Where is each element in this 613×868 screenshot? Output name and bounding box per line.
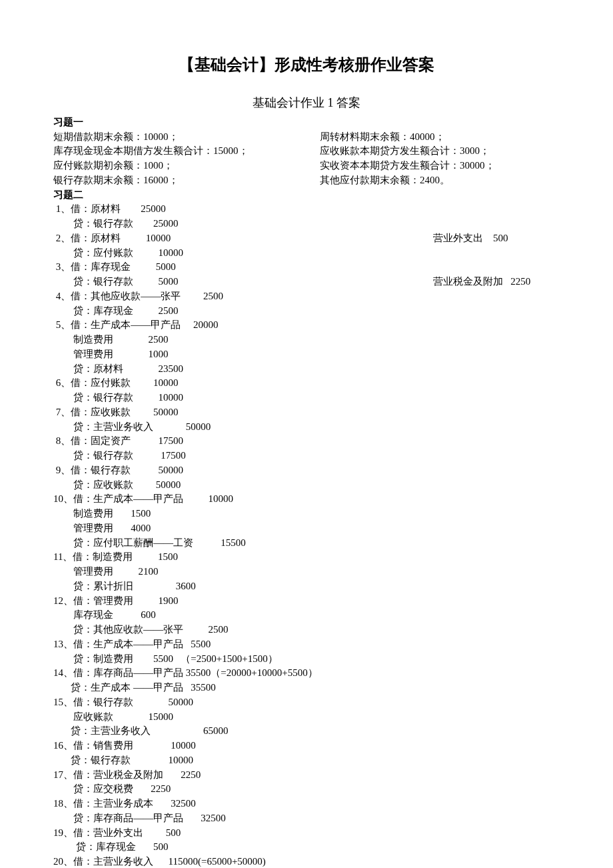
- entry-line: 贷：银行存款 10000: [53, 391, 560, 405]
- entry-line: 14、借：库存商品——甲产品 35500（=20000+10000+5500）: [53, 666, 560, 681]
- text-line: 银行存款期末余额：16000；: [53, 173, 293, 188]
- entry-line: 贷：原材料 23500: [53, 362, 560, 377]
- entry-line: 6、借：应付账款 10000: [53, 376, 560, 391]
- text-line: 库存现金现金本期借方发生额合计：15000；: [53, 144, 293, 159]
- entry-line: 15、借：银行存款 50000: [53, 695, 560, 710]
- text-line: 营业税金及附加 2250: [433, 275, 530, 289]
- entry-line: 贷：应收账款 50000: [53, 478, 560, 493]
- entry-line: 5、借：生产成本——甲产品 20000: [53, 318, 560, 333]
- entry-line: 7、借：应收账款 50000: [53, 405, 560, 420]
- entry-line: 库存现金 600: [53, 608, 560, 623]
- entry-line: 16、借：销售费用 10000: [53, 739, 560, 753]
- text-line: 短期借款期末余额：10000；: [53, 130, 293, 145]
- entry-line: 8、借：固定资产 17500: [53, 434, 560, 449]
- text-line: 应付账款期初余额：1000；: [53, 159, 293, 173]
- entry-line: 13、借：生产成本——甲产品 5500: [53, 637, 560, 652]
- entry-line: 贷：应交税费 2250: [53, 782, 560, 797]
- entry-line: 17、借：营业税金及附加 2250: [53, 768, 560, 783]
- entry-line: 18、借：主营业务成本 32500: [53, 797, 560, 811]
- entry-line: 管理费用 4000: [53, 521, 560, 536]
- entry-line: 管理费用 1000: [53, 347, 560, 362]
- entry-line: 贷：制造费用 5500 （=2500+1500+1500）: [53, 652, 560, 667]
- page-subtitle: 基础会计作业 1 答案: [53, 94, 560, 111]
- entry-line: 制造费用 1500: [53, 507, 560, 521]
- aside-notes: 营业外支出 500 营业税金及附加 2250: [433, 202, 530, 318]
- text-line: 周转材料期末余额：40000；: [320, 130, 560, 145]
- entry-line: 贷：生产成本 ——甲产品 35500: [53, 681, 560, 695]
- text-line: 应收账款本期贷方发生额合计：3000；: [320, 144, 560, 159]
- text-line: 其他应付款期末余额：2400。: [320, 173, 560, 188]
- entry-line: 贷：库存商品——甲产品 32500: [53, 811, 560, 826]
- entry-line: 12、借：管理费用 1900: [53, 594, 560, 609]
- section-1-right-col: 周转材料期末余额：40000； 应收账款本期贷方发生额合计：3000； 实收资本…: [320, 130, 560, 188]
- section-1-heading: 习题一: [53, 115, 560, 130]
- entry-line: 贷：其他应收款——张平 2500: [53, 623, 560, 637]
- entry-line: 9、借：银行存款 50000: [53, 463, 560, 478]
- entry-line: 10、借：生产成本——甲产品 10000: [53, 492, 560, 507]
- entry-line: 制造费用 2500: [53, 333, 560, 347]
- entry-line: 贷：银行存款 10000: [53, 753, 560, 768]
- text-line: 实收资本本期贷方发生额合计：30000；: [320, 159, 560, 173]
- entry-line: 20、借：主营业务收入 115000(=65000+50000): [53, 855, 560, 868]
- section-2-heading: 习题二: [53, 188, 560, 203]
- section-1-body: 短期借款期末余额：10000； 库存现金现金本期借方发生额合计：15000； 应…: [53, 130, 560, 188]
- entry-line: 贷：累计折旧 3600: [53, 579, 560, 594]
- entry-line: 管理费用 2100: [53, 565, 560, 579]
- section-1-left-col: 短期借款期末余额：10000； 库存现金现金本期借方发生额合计：15000； 应…: [53, 130, 293, 188]
- page-title: 【基础会计】形成性考核册作业答案: [53, 53, 560, 77]
- entry-line: 贷：银行存款 17500: [53, 449, 560, 463]
- text-line: 营业外支出 500: [433, 231, 530, 246]
- document-page: 【基础会计】形成性考核册作业答案 基础会计作业 1 答案 习题一 短期借款期末余…: [0, 0, 613, 868]
- entry-line: 贷：库存现金 500: [53, 840, 560, 855]
- entry-line: 贷：主营业务收入 65000: [53, 724, 560, 739]
- entry-line: 贷：应付职工薪酬——工资 15500: [53, 536, 560, 551]
- journal-entries: 营业外支出 500 营业税金及附加 2250 1、借：原材料 25000 贷：银…: [53, 202, 560, 868]
- entry-line: 应收账款 15000: [53, 710, 560, 725]
- entry-line: 11、借：制造费用 1500: [53, 550, 560, 565]
- entry-line: 19、借：营业外支出 500: [53, 826, 560, 841]
- entry-line: 贷：主营业务收入 50000: [53, 420, 560, 435]
